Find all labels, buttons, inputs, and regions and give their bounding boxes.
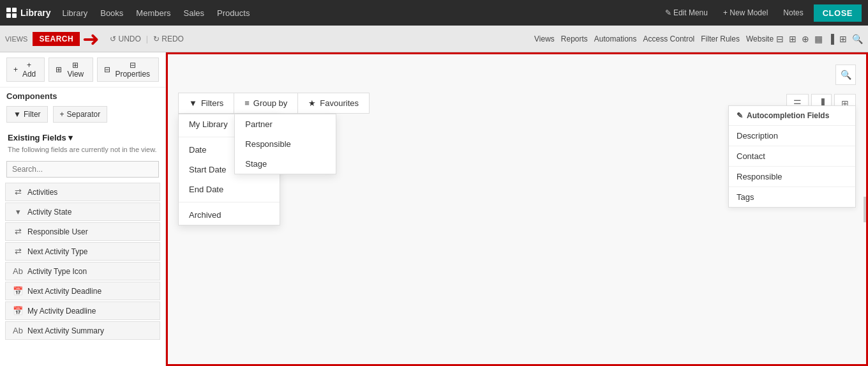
field-activity-state-icon: ▾ — [12, 207, 24, 217]
filter-divider-2 — [179, 202, 280, 202]
fields-list: ⇄ Activities ▾ Activity State ⇄ Responsi… — [0, 181, 165, 341]
search-area: 🔍 — [178, 65, 856, 85]
filter-component-btn[interactable]: ▼ Filter — [6, 106, 48, 123]
field-activities-icon: ⇄ — [12, 187, 24, 197]
nav-item-sales[interactable]: Sales — [180, 8, 209, 18]
autocompletion-panel: ✎ Autocompletion Fields Description Cont… — [728, 105, 856, 208]
view-label: ⊞ View — [64, 61, 86, 79]
search-icon[interactable]: 🔍 — [852, 34, 863, 44]
groupby-stage[interactable]: Stage — [235, 154, 336, 174]
field-next-activity-type[interactable]: ⇄ Next Activity Type — [5, 242, 160, 261]
separator-icon: + — [60, 110, 64, 119]
field-next-activity-type-icon: ⇄ — [12, 247, 24, 256]
edit-menu-btn[interactable]: ✎ Edit Menu — [660, 8, 713, 17]
field-activity-type-icon[interactable]: Ab Activity Type Icon — [5, 262, 160, 280]
separator-label: Separator — [67, 110, 101, 119]
content-search-btn[interactable]: 🔍 — [835, 65, 856, 85]
field-next-activity-deadline[interactable]: 📅 Next Activity Deadline — [5, 282, 160, 300]
map-icon[interactable]: ⊕ — [802, 34, 809, 44]
pivot-icon[interactable]: ⊞ — [839, 34, 847, 44]
field-activities[interactable]: ⇄ Activities — [5, 183, 160, 201]
field-responsible-label: Responsible User — [27, 227, 88, 236]
field-next-summary-label: Next Activity Summary — [27, 326, 104, 335]
redo-button[interactable]: ↻ REDO — [153, 34, 184, 43]
groupby-dropdown-wrapper: ≡ Group by Partner Responsible Stage — [234, 93, 298, 114]
filter-end-date[interactable]: End Date — [179, 179, 280, 199]
app-grid-icon — [6, 8, 17, 18]
properties-button[interactable]: ⊟ ⊟ Properties — [97, 57, 159, 82]
filter-funnel-icon: ▼ — [189, 98, 197, 108]
automations-link[interactable]: Automations — [594, 34, 637, 43]
groupby-partner[interactable]: Partner — [235, 114, 336, 134]
second-toolbar: VIEWS SEARCH ➜ ↺ UNDO | ↻ REDO Views Rep… — [0, 26, 868, 52]
views-link[interactable]: Views — [534, 34, 555, 43]
field-activity-state[interactable]: ▾ Activity State — [5, 202, 160, 221]
field-responsible-icon: ⇄ — [12, 227, 24, 236]
field-next-activity-summary[interactable]: Ab Next Activity Summary — [5, 321, 160, 340]
resize-handle[interactable] — [864, 197, 866, 222]
autocomplete-contact[interactable]: Contact — [729, 146, 855, 167]
field-next-summary-icon: Ab — [12, 326, 24, 335]
view-button[interactable]: ⊞ ⊞ View — [49, 57, 93, 82]
left-sidebar: + + Add ⊞ ⊞ View ⊟ ⊟ Properties Componen… — [0, 52, 166, 366]
field-activities-label: Activities — [27, 188, 57, 197]
access-control-link[interactable]: Access Control — [643, 34, 695, 43]
filters-button[interactable]: ▼ Filters — [178, 93, 234, 114]
nav-item-library[interactable]: Library — [58, 8, 91, 18]
groupby-dropdown-menu: Partner Responsible Stage — [234, 114, 336, 174]
undo-button[interactable]: ↺ UNDO — [110, 34, 141, 43]
app-name: Library — [20, 8, 50, 18]
add-label: + Add — [20, 61, 38, 79]
top-navbar: Library Library Books Members Sales Prod… — [0, 0, 868, 26]
field-responsible-user[interactable]: ⇄ Responsible User — [5, 222, 160, 241]
sidebar-top-actions: + + Add ⊞ ⊞ View ⊟ ⊟ Properties — [0, 52, 165, 88]
autocomplete-responsible[interactable]: Responsible — [729, 167, 855, 187]
components-row: ▼ Filter + Separator — [6, 106, 159, 123]
groupby-button[interactable]: ≡ Group by — [234, 93, 298, 114]
properties-label: ⊟ Properties — [113, 61, 152, 79]
content-inner: 🔍 ▼ Filters My Library Date Start Date — [168, 54, 866, 364]
groupby-responsible[interactable]: Responsible — [235, 134, 336, 154]
reports-link[interactable]: Reports — [561, 34, 588, 43]
filter-rules-link[interactable]: Filter Rules — [701, 34, 740, 43]
nav-item-books[interactable]: Books — [96, 8, 127, 18]
filters-label: Filters — [201, 98, 223, 108]
filter-label: Filter — [24, 110, 41, 119]
autocomplete-tags[interactable]: Tags — [729, 187, 855, 207]
arrow-right-icon: ➜ — [82, 29, 100, 49]
field-next-deadline-label: Next Activity Deadline — [27, 287, 101, 296]
favourites-button[interactable]: ★ Favourites — [298, 93, 370, 114]
nav-logo[interactable]: Library — [6, 8, 50, 18]
right-content-area: 🔍 ▼ Filters My Library Date Start Date — [166, 52, 868, 366]
existing-fields-header[interactable]: Existing Fields ▾ — [0, 129, 165, 144]
add-button[interactable]: + + Add — [6, 57, 45, 82]
new-model-btn[interactable]: + New Model — [718, 8, 773, 17]
filter-archived[interactable]: Archived — [179, 205, 280, 225]
nav-item-products[interactable]: Products — [213, 8, 253, 18]
view-icon: ⊞ — [56, 65, 62, 74]
separator-component-btn[interactable]: + Separator — [53, 106, 108, 123]
sidebar-search-input[interactable] — [6, 161, 159, 178]
views-label: VIEWS — [5, 35, 27, 43]
undo-redo-group: ↺ UNDO | ↻ REDO — [110, 34, 184, 43]
existing-fields-title: Existing Fields ▾ — [8, 133, 73, 142]
list-icon[interactable]: ⊟ — [776, 34, 784, 44]
autocompletion-title: Autocompletion Fields — [747, 111, 829, 120]
autocomplete-description[interactable]: Description — [729, 126, 855, 146]
close-button[interactable]: CLOSE — [814, 4, 862, 22]
pencil-icon: ✎ — [737, 111, 743, 120]
search-button[interactable]: SEARCH — [33, 32, 80, 46]
chart-icon[interactable]: ▐ — [828, 34, 834, 44]
notes-btn[interactable]: Notes — [778, 8, 808, 17]
calendar-icon[interactable]: ▦ — [814, 34, 823, 44]
nav-item-members[interactable]: Members — [132, 8, 174, 18]
kanban-icon[interactable]: ⊞ — [789, 34, 797, 44]
star-icon: ★ — [308, 98, 316, 108]
main-layout: + + Add ⊞ ⊞ View ⊟ ⊟ Properties Componen… — [0, 52, 868, 366]
field-my-deadline-label: My Activity Deadline — [27, 307, 96, 316]
website-link[interactable]: Website — [746, 34, 774, 43]
field-my-activity-deadline[interactable]: 📅 My Activity Deadline — [5, 301, 160, 320]
components-section: Components ▼ Filter + Separator — [0, 88, 165, 129]
field-activity-type-icon-icon: Ab — [12, 266, 24, 276]
components-title: Components — [6, 91, 159, 101]
